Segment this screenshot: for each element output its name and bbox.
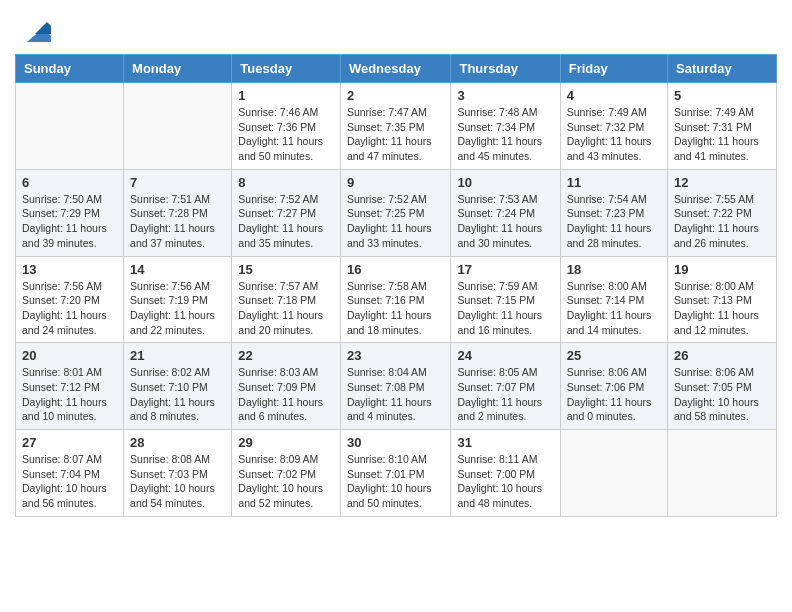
header-tuesday: Tuesday (232, 55, 341, 83)
calendar-cell: 29Sunrise: 8:09 AM Sunset: 7:02 PM Dayli… (232, 430, 341, 517)
day-number: 20 (22, 348, 117, 363)
day-number: 16 (347, 262, 445, 277)
day-info: Sunrise: 8:04 AM Sunset: 7:08 PM Dayligh… (347, 365, 445, 424)
day-number: 22 (238, 348, 334, 363)
calendar-cell: 6Sunrise: 7:50 AM Sunset: 7:29 PM Daylig… (16, 169, 124, 256)
calendar-cell: 22Sunrise: 8:03 AM Sunset: 7:09 PM Dayli… (232, 343, 341, 430)
day-info: Sunrise: 8:02 AM Sunset: 7:10 PM Dayligh… (130, 365, 225, 424)
day-number: 18 (567, 262, 661, 277)
day-info: Sunrise: 8:07 AM Sunset: 7:04 PM Dayligh… (22, 452, 117, 511)
calendar-cell: 7Sunrise: 7:51 AM Sunset: 7:28 PM Daylig… (124, 169, 232, 256)
day-number: 24 (457, 348, 553, 363)
day-number: 10 (457, 175, 553, 190)
calendar-cell (560, 430, 667, 517)
day-number: 27 (22, 435, 117, 450)
calendar-cell: 14Sunrise: 7:56 AM Sunset: 7:19 PM Dayli… (124, 256, 232, 343)
calendar-cell: 3Sunrise: 7:48 AM Sunset: 7:34 PM Daylig… (451, 83, 560, 170)
calendar-cell (124, 83, 232, 170)
day-info: Sunrise: 7:55 AM Sunset: 7:22 PM Dayligh… (674, 192, 770, 251)
calendar-cell: 19Sunrise: 8:00 AM Sunset: 7:13 PM Dayli… (668, 256, 777, 343)
calendar-cell: 18Sunrise: 8:00 AM Sunset: 7:14 PM Dayli… (560, 256, 667, 343)
calendar-cell: 27Sunrise: 8:07 AM Sunset: 7:04 PM Dayli… (16, 430, 124, 517)
page-header (15, 10, 777, 46)
day-number: 6 (22, 175, 117, 190)
day-number: 1 (238, 88, 334, 103)
day-number: 13 (22, 262, 117, 277)
day-info: Sunrise: 7:59 AM Sunset: 7:15 PM Dayligh… (457, 279, 553, 338)
day-number: 25 (567, 348, 661, 363)
day-number: 23 (347, 348, 445, 363)
calendar-cell: 15Sunrise: 7:57 AM Sunset: 7:18 PM Dayli… (232, 256, 341, 343)
day-number: 12 (674, 175, 770, 190)
day-number: 31 (457, 435, 553, 450)
day-info: Sunrise: 7:54 AM Sunset: 7:23 PM Dayligh… (567, 192, 661, 251)
calendar-cell: 1Sunrise: 7:46 AM Sunset: 7:36 PM Daylig… (232, 83, 341, 170)
logo-icon (19, 14, 51, 46)
day-number: 29 (238, 435, 334, 450)
calendar-cell (668, 430, 777, 517)
calendar-week-2: 6Sunrise: 7:50 AM Sunset: 7:29 PM Daylig… (16, 169, 777, 256)
calendar-cell: 24Sunrise: 8:05 AM Sunset: 7:07 PM Dayli… (451, 343, 560, 430)
day-number: 28 (130, 435, 225, 450)
calendar-cell: 31Sunrise: 8:11 AM Sunset: 7:00 PM Dayli… (451, 430, 560, 517)
calendar-cell (16, 83, 124, 170)
day-info: Sunrise: 8:03 AM Sunset: 7:09 PM Dayligh… (238, 365, 334, 424)
calendar-cell: 25Sunrise: 8:06 AM Sunset: 7:06 PM Dayli… (560, 343, 667, 430)
day-info: Sunrise: 7:52 AM Sunset: 7:27 PM Dayligh… (238, 192, 334, 251)
calendar-week-4: 20Sunrise: 8:01 AM Sunset: 7:12 PM Dayli… (16, 343, 777, 430)
day-info: Sunrise: 7:49 AM Sunset: 7:31 PM Dayligh… (674, 105, 770, 164)
day-number: 2 (347, 88, 445, 103)
day-info: Sunrise: 7:48 AM Sunset: 7:34 PM Dayligh… (457, 105, 553, 164)
day-info: Sunrise: 8:10 AM Sunset: 7:01 PM Dayligh… (347, 452, 445, 511)
calendar-cell: 2Sunrise: 7:47 AM Sunset: 7:35 PM Daylig… (340, 83, 451, 170)
calendar-week-1: 1Sunrise: 7:46 AM Sunset: 7:36 PM Daylig… (16, 83, 777, 170)
calendar-cell: 16Sunrise: 7:58 AM Sunset: 7:16 PM Dayli… (340, 256, 451, 343)
calendar-cell: 26Sunrise: 8:06 AM Sunset: 7:05 PM Dayli… (668, 343, 777, 430)
calendar-cell: 10Sunrise: 7:53 AM Sunset: 7:24 PM Dayli… (451, 169, 560, 256)
calendar-cell: 4Sunrise: 7:49 AM Sunset: 7:32 PM Daylig… (560, 83, 667, 170)
header-monday: Monday (124, 55, 232, 83)
logo (15, 14, 51, 46)
day-number: 3 (457, 88, 553, 103)
day-info: Sunrise: 8:11 AM Sunset: 7:00 PM Dayligh… (457, 452, 553, 511)
day-info: Sunrise: 7:56 AM Sunset: 7:20 PM Dayligh… (22, 279, 117, 338)
day-info: Sunrise: 8:00 AM Sunset: 7:14 PM Dayligh… (567, 279, 661, 338)
calendar-table: SundayMondayTuesdayWednesdayThursdayFrid… (15, 54, 777, 517)
day-number: 17 (457, 262, 553, 277)
day-info: Sunrise: 8:06 AM Sunset: 7:05 PM Dayligh… (674, 365, 770, 424)
calendar-cell: 12Sunrise: 7:55 AM Sunset: 7:22 PM Dayli… (668, 169, 777, 256)
svg-marker-1 (35, 22, 51, 34)
calendar-week-5: 27Sunrise: 8:07 AM Sunset: 7:04 PM Dayli… (16, 430, 777, 517)
calendar-cell: 28Sunrise: 8:08 AM Sunset: 7:03 PM Dayli… (124, 430, 232, 517)
day-number: 4 (567, 88, 661, 103)
calendar-cell: 5Sunrise: 7:49 AM Sunset: 7:31 PM Daylig… (668, 83, 777, 170)
header-thursday: Thursday (451, 55, 560, 83)
day-number: 19 (674, 262, 770, 277)
day-number: 15 (238, 262, 334, 277)
calendar-cell: 30Sunrise: 8:10 AM Sunset: 7:01 PM Dayli… (340, 430, 451, 517)
day-number: 9 (347, 175, 445, 190)
day-info: Sunrise: 7:47 AM Sunset: 7:35 PM Dayligh… (347, 105, 445, 164)
calendar-week-3: 13Sunrise: 7:56 AM Sunset: 7:20 PM Dayli… (16, 256, 777, 343)
day-info: Sunrise: 7:51 AM Sunset: 7:28 PM Dayligh… (130, 192, 225, 251)
calendar-cell: 21Sunrise: 8:02 AM Sunset: 7:10 PM Dayli… (124, 343, 232, 430)
day-number: 5 (674, 88, 770, 103)
calendar-cell: 20Sunrise: 8:01 AM Sunset: 7:12 PM Dayli… (16, 343, 124, 430)
day-info: Sunrise: 7:46 AM Sunset: 7:36 PM Dayligh… (238, 105, 334, 164)
day-number: 21 (130, 348, 225, 363)
calendar-cell: 11Sunrise: 7:54 AM Sunset: 7:23 PM Dayli… (560, 169, 667, 256)
day-number: 8 (238, 175, 334, 190)
header-sunday: Sunday (16, 55, 124, 83)
day-number: 26 (674, 348, 770, 363)
day-info: Sunrise: 8:06 AM Sunset: 7:06 PM Dayligh… (567, 365, 661, 424)
header-saturday: Saturday (668, 55, 777, 83)
header-friday: Friday (560, 55, 667, 83)
day-info: Sunrise: 8:09 AM Sunset: 7:02 PM Dayligh… (238, 452, 334, 511)
day-number: 7 (130, 175, 225, 190)
day-info: Sunrise: 8:00 AM Sunset: 7:13 PM Dayligh… (674, 279, 770, 338)
day-info: Sunrise: 7:50 AM Sunset: 7:29 PM Dayligh… (22, 192, 117, 251)
calendar-cell: 23Sunrise: 8:04 AM Sunset: 7:08 PM Dayli… (340, 343, 451, 430)
day-info: Sunrise: 7:57 AM Sunset: 7:18 PM Dayligh… (238, 279, 334, 338)
day-info: Sunrise: 8:08 AM Sunset: 7:03 PM Dayligh… (130, 452, 225, 511)
day-number: 11 (567, 175, 661, 190)
